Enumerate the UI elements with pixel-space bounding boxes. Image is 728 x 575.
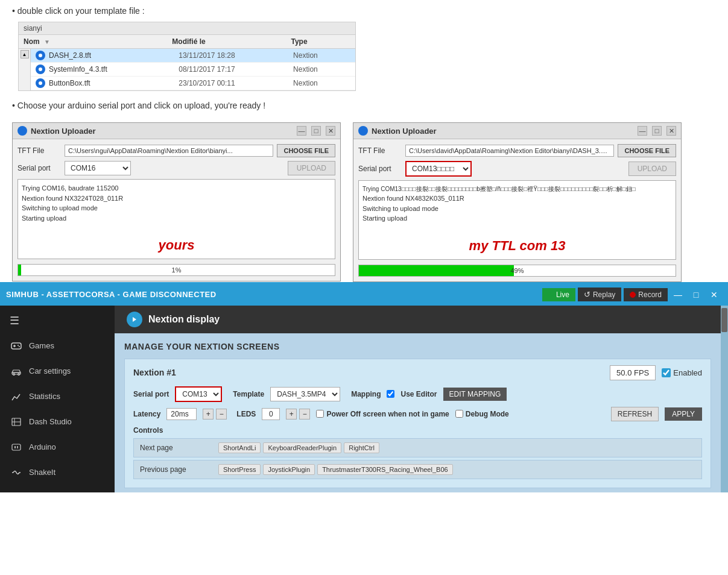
latency-minus[interactable]: −	[216, 409, 227, 419]
serial-select-left[interactable]: COM16	[65, 161, 131, 175]
controls-section: Controls Next page ShortAndLi KeyboardRe…	[133, 426, 702, 479]
sidebar-label-games: Games	[29, 341, 54, 350]
log-line-r1: Nextion found NX4832K035_011R	[362, 193, 672, 204]
maximize-left[interactable]: □	[311, 126, 321, 136]
sidebar: ☰ Games	[0, 306, 115, 492]
col-date-header: Modifié le	[172, 37, 291, 46]
btn-replay[interactable]: ↺ Replay	[578, 288, 621, 301]
mapping-checkbox[interactable]	[387, 390, 394, 398]
latency-input[interactable]	[166, 408, 197, 420]
apply-btn[interactable]: APPLY	[665, 407, 702, 421]
sidebar-label-dash: Dash Studio	[29, 417, 72, 426]
nextion-card-header: Nextion #1 50.0 FPS Enabled	[133, 365, 702, 380]
instruction-2: • Choose your arduino serial port and cl…	[12, 101, 716, 110]
simhub-maximize[interactable]: □	[688, 287, 704, 303]
tag-0-2: RightCtrl	[344, 442, 379, 453]
upload-btn-right[interactable]: UPLOAD	[628, 162, 676, 176]
progress-left: 1%	[17, 264, 335, 276]
file-icon-1	[36, 64, 45, 74]
latency-plus[interactable]: +	[203, 409, 214, 419]
svg-rect-0	[11, 343, 21, 349]
simhub-titlebar: SIMHUB - ASSETTOCORSA - GAME DISCONNECTE…	[0, 284, 728, 306]
uploader-left-body: TFT File C:\Users\ngui\AppData\Roaming\N…	[13, 139, 340, 281]
close-left[interactable]: ✕	[326, 126, 335, 136]
file-row-2[interactable]: ButtonBox.tft 23/10/2017 00:11 Nextion	[31, 77, 355, 90]
hamburger-btn[interactable]: ☰	[0, 308, 115, 333]
shakeit-icon	[10, 466, 23, 479]
record-icon	[630, 292, 636, 298]
nextion-row-1: Serial port COM13 Template DASH_3.5MP4 M…	[133, 386, 702, 402]
edit-mapping-btn[interactable]: EDIT MAPPING	[443, 388, 507, 401]
sidebar-label-arduino: Arduino	[29, 442, 56, 451]
btn-record[interactable]: Record	[624, 288, 668, 301]
control-name-1: Previous page	[140, 465, 218, 474]
leds-plus[interactable]: +	[286, 409, 297, 419]
poweroff-checkbox[interactable]	[316, 410, 324, 418]
progress-text-right: 49%	[359, 265, 676, 276]
log-area-right: Trying COM13□□□□接裂□□接裂□□□□□□□□b擦塑□/ñ□□□接…	[358, 180, 676, 260]
enabled-check: Enabled	[662, 368, 702, 377]
btn-live[interactable]: Live	[542, 288, 575, 301]
serial-select-nextion[interactable]: COM13	[175, 386, 222, 402]
bullet-1: •	[12, 6, 15, 16]
nextion-row-2: Latency + − LEDS 0 + −	[133, 407, 702, 421]
content-body: MANAGE YOUR NEXTION SCREENS Nextion #1 5…	[115, 333, 721, 492]
svg-rect-11	[12, 444, 21, 450]
sidebar-label-car: Car settings	[29, 366, 71, 375]
tft-row-left: TFT File C:\Users\ngui\AppData\Roaming\N…	[17, 144, 335, 157]
sidebar-item-car-settings[interactable]: Car settings	[0, 359, 115, 384]
tag-0-0: ShortAndLi	[218, 442, 261, 453]
choose-file-right[interactable]: CHOOSE FILE	[618, 144, 676, 157]
refresh-btn[interactable]: REFRESH	[611, 407, 659, 421]
manage-title: MANAGE YOUR NEXTION SCREENS	[124, 342, 711, 351]
label-myttl: my TTL com 13	[362, 236, 672, 256]
sidebar-item-games[interactable]: Games	[0, 333, 115, 359]
latency-stepper: + −	[203, 409, 227, 419]
minimize-right[interactable]: —	[638, 126, 647, 136]
scroll-up[interactable]: ▲	[21, 50, 29, 58]
uploader-left-titlebar: Nextion Uploader — □ ✕	[13, 123, 340, 139]
choose-file-left[interactable]: CHOOSE FILE	[277, 144, 335, 157]
enabled-checkbox[interactable]	[662, 368, 671, 377]
svg-point-4	[19, 346, 20, 347]
simhub-close[interactable]: ✕	[706, 287, 722, 303]
template-select[interactable]: DASH_3.5MP4	[270, 387, 340, 401]
simhub-main: ☰ Games	[0, 306, 728, 492]
nextion-icon	[127, 312, 142, 327]
sidebar-item-dash-studio[interactable]: Dash Studio	[0, 409, 115, 435]
log-area-left: Trying COM16, baudrate 115200 Nextion fo…	[17, 179, 335, 259]
play-icon	[548, 292, 554, 298]
maximize-right[interactable]: □	[652, 126, 662, 136]
progress-text-left: 1%	[18, 265, 335, 275]
uploader-right-titlebar: Nextion Uploader — □ ✕	[353, 123, 681, 139]
col-type-header: Type	[291, 37, 350, 46]
debug-checkbox[interactable]	[455, 410, 463, 418]
control-row-0: Next page ShortAndLi KeyboardReaderPlugi…	[133, 438, 702, 457]
debug-check: Debug Mode	[455, 410, 509, 418]
leds-minus[interactable]: −	[299, 409, 310, 419]
sidebar-item-statistics[interactable]: Statistics	[0, 384, 115, 409]
nextion-title: Nextion #1	[133, 368, 176, 377]
simhub-minimize[interactable]: —	[670, 287, 686, 303]
tft-row-right: TFT File C:\Users\david\AppData\Roaming\…	[358, 144, 676, 157]
sidebar-label-shakeit: ShakeIt	[29, 468, 55, 477]
sidebar-item-shakeit[interactable]: ShakeIt	[0, 460, 115, 485]
fb-rows-container: ▲ DASH_2.8.tft 13/11/2017 18:28 Nextion …	[19, 49, 355, 90]
close-right[interactable]: ✕	[666, 126, 676, 136]
file-row-1[interactable]: SystemInfo_4.3.tft 08/11/2017 17:17 Next…	[31, 63, 355, 77]
nextion-card-right: 50.0 FPS Enabled	[610, 365, 702, 380]
serial-select-right[interactable]: COM13□□□□	[405, 161, 472, 177]
sidebar-item-arduino[interactable]: Arduino	[0, 435, 115, 460]
uploader-right-icon	[358, 126, 368, 136]
file-row-0[interactable]: DASH_2.8.tft 13/11/2017 18:28 Nextion	[31, 49, 355, 63]
upload-btn-left[interactable]: UPLOAD	[288, 161, 335, 175]
stats-icon	[10, 390, 23, 403]
car-icon	[10, 365, 23, 378]
scroll-indicator[interactable]	[721, 306, 728, 492]
fb-scrollbar[interactable]: ▲	[19, 49, 31, 90]
simhub-title: SIMHUB - ASSETTOCORSA - GAME DISCONNECTE…	[6, 290, 217, 299]
leds-val: 0	[262, 408, 280, 420]
minimize-left[interactable]: —	[297, 126, 306, 136]
win-controls-left: — □ ✕	[297, 126, 335, 136]
log-line-r3: Starting upload	[362, 213, 672, 224]
